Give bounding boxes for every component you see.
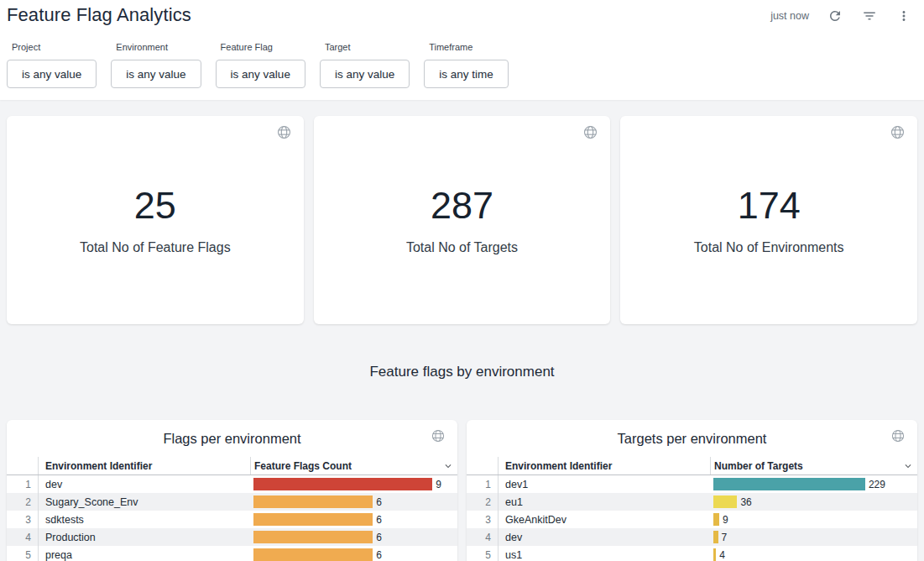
kpi-value[interactable]: 287 [431,185,493,227]
value-cell: 4 [710,546,917,561]
value-cell: 6 [250,493,457,511]
kpi-label: Total No of Environments [694,240,844,255]
filter-label: Environment [116,42,201,52]
row-number: 4 [7,528,39,546]
tables-row: Flags per environment Environment Identi… [7,420,917,561]
table-row[interactable]: 4 dev 7 [467,528,917,546]
bar [713,513,719,526]
globe-icon [431,429,445,446]
row-number-header [467,457,499,474]
table-header-row: Environment Identifier Feature Flags Cou… [7,457,457,475]
row-number: 3 [467,511,499,528]
environment-name-cell: GkeAnkitDev [499,514,710,526]
filter-value-button[interactable]: is any time [424,60,509,88]
dashboard-filters-button[interactable] [861,8,878,24]
table-row[interactable]: 3 GkeAnkitDev 9 [467,511,917,528]
bar-value-label: 9 [723,514,728,526]
row-number: 4 [467,528,499,546]
value-cell: 6 [250,528,457,546]
table-row[interactable]: 5 us1 4 [467,546,917,561]
table-row[interactable]: 1 dev1 229 [467,475,917,493]
filter-group: Environment is any value [111,42,201,88]
table-body: 1 dev 9 2 Sugary_Scone_Env 6 [7,475,457,561]
bar-value-label: 9 [436,479,441,490]
bar-value-label: 6 [376,532,382,543]
bar-value-label: 7 [722,532,728,543]
globe-icon [583,125,598,143]
table-row[interactable]: 4 Production 6 [7,528,457,546]
refresh-button[interactable] [827,8,843,24]
table-body: 1 dev1 229 2 eu1 36 [467,475,917,561]
bar-value-label: 36 [740,496,751,508]
filter-group: Timeframe is any time [424,42,509,88]
filter-value-button[interactable]: is any value [111,60,201,88]
value-cell: 6 [250,511,457,528]
row-number: 1 [7,475,39,493]
bar [253,513,373,526]
section-title: Feature flags by environment [369,364,554,380]
environment-name-cell: dev [39,479,250,490]
value-cell: 7 [710,528,917,546]
kpi-label: Total No of Feature Flags [80,240,231,255]
kebab-menu-icon [896,8,911,24]
bar-value-label: 6 [376,549,382,561]
row-number: 1 [467,475,499,493]
section-heading-wrap: Feature flags by environment [7,324,917,420]
kpi-value[interactable]: 174 [738,185,801,227]
filter-icon [862,8,877,24]
filter-bar: Project is any value Environment is any … [0,28,924,88]
environment-name-cell: us1 [499,549,710,561]
kpi-value[interactable]: 25 [134,185,176,227]
kpi-card: 287 Total No of Targets [314,116,611,324]
header-controls: just now [770,3,912,24]
dashboard-actions-button[interactable] [895,8,912,24]
refresh-icon [827,8,843,24]
table-row[interactable]: 3 sdktests 6 [7,511,457,528]
environment-name-cell: preqa [39,549,250,561]
filter-value-button[interactable]: is any value [320,60,410,88]
value-cell: 36 [710,493,917,511]
filter-value-button[interactable]: is any value [216,60,305,88]
filter-group: Feature Flag is any value [216,42,305,88]
last-refreshed-text: just now [770,10,809,22]
table-row[interactable]: 1 dev 9 [7,475,457,493]
table-header-row: Environment Identifier Number of Targets [467,457,917,475]
chevron-down-icon[interactable] [442,460,454,472]
row-number: 5 [7,546,39,561]
table-row[interactable]: 2 Sugary_Scone_Env 6 [7,493,457,511]
row-number: 3 [7,511,39,528]
kpi-label: Total No of Targets [406,240,518,255]
table-title: Targets per environment [467,420,917,457]
bar-value-label: 6 [376,496,382,508]
row-number: 5 [467,546,499,561]
column-header-name[interactable]: Environment Identifier [499,457,710,474]
row-number-header [7,457,39,474]
bar-value-label: 4 [719,549,725,561]
row-number: 2 [467,493,499,511]
bar-value-label: 6 [376,514,382,526]
environment-name-cell: eu1 [499,496,710,508]
row-number: 2 [7,493,39,511]
bar [253,478,432,490]
value-cell: 229 [710,475,917,493]
dashboard-header: Feature Flag Analytics just now [0,0,924,100]
table-row[interactable]: 2 eu1 36 [467,493,917,511]
table-row[interactable]: 5 preqa 6 [7,546,457,561]
filter-value-button[interactable]: is any value [7,60,97,88]
dashboard-body: 25 Total No of Feature Flags 287 Total N… [0,116,924,561]
filter-group: Project is any value [7,42,97,88]
column-header-value-label: Number of Targets [714,460,803,472]
kpi-card: 25 Total No of Feature Flags [7,116,304,324]
chevron-down-icon[interactable] [902,460,914,472]
column-header-name[interactable]: Environment Identifier [39,457,250,474]
column-header-value[interactable]: Number of Targets [710,457,917,474]
bar [253,495,373,508]
page-title: Feature Flag Analytics [7,3,191,28]
column-header-value[interactable]: Feature Flags Count [250,457,457,474]
filter-label: Target [325,42,410,52]
filter-label: Project [12,42,97,52]
table-card: Targets per environment Environment Iden… [467,420,917,561]
table-title: Flags per environment [7,420,457,457]
value-cell: 9 [250,475,457,493]
bar [713,531,718,543]
